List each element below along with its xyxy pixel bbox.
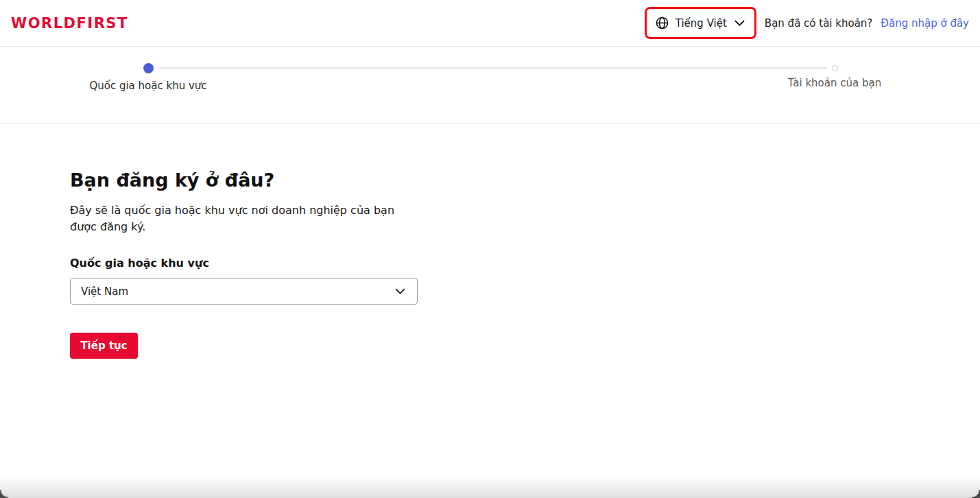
country-select-value: Việt Nam	[81, 285, 128, 298]
header-right-group: Tiếng Việt Bạn đã có tài khoản? Đăng nhậ…	[645, 7, 969, 39]
bottom-shadow	[0, 475, 980, 498]
globe-icon	[655, 16, 669, 30]
language-selector[interactable]: Tiếng Việt	[645, 7, 756, 39]
stepper-connector-line	[159, 67, 827, 69]
chevron-down-icon	[394, 285, 407, 298]
window-corner-bottom-right	[972, 490, 980, 498]
main-content: Bạn đăng ký ở đâu? Đây sẽ là quốc gia ho…	[0, 124, 980, 359]
login-link[interactable]: Đăng nhập ở đây	[881, 17, 969, 29]
step-label-account: Tài khoản của bạn	[766, 75, 903, 91]
continue-button[interactable]: Tiếp tục	[70, 333, 138, 359]
signup-page: WORLDFIRST Tiếng Việt Bạn đã có t	[0, 0, 980, 498]
country-select[interactable]: Việt Nam	[70, 278, 418, 305]
step-active-dot	[143, 63, 154, 73]
chevron-down-icon	[733, 16, 746, 29]
top-header: WORLDFIRST Tiếng Việt Bạn đã có t	[0, 0, 980, 47]
page-description: Đây sẽ là quốc gia hoặc khu vực nơi doan…	[70, 202, 413, 235]
window-corner-bottom-left	[0, 490, 8, 498]
progress-stepper: Quốc gia hoặc khu vực Tài khoản của bạn	[0, 47, 980, 124]
step-label-country: Quốc gia hoặc khu vực	[80, 78, 217, 93]
country-field-label: Quốc gia hoặc khu vực	[70, 257, 980, 270]
language-label: Tiếng Việt	[676, 17, 727, 29]
worldfirst-logo: WORLDFIRST	[11, 15, 128, 32]
page-title: Bạn đăng ký ở đâu?	[70, 169, 980, 191]
account-prompt: Bạn đã có tài khoản?	[765, 17, 872, 29]
step-upcoming-dot	[832, 65, 838, 71]
